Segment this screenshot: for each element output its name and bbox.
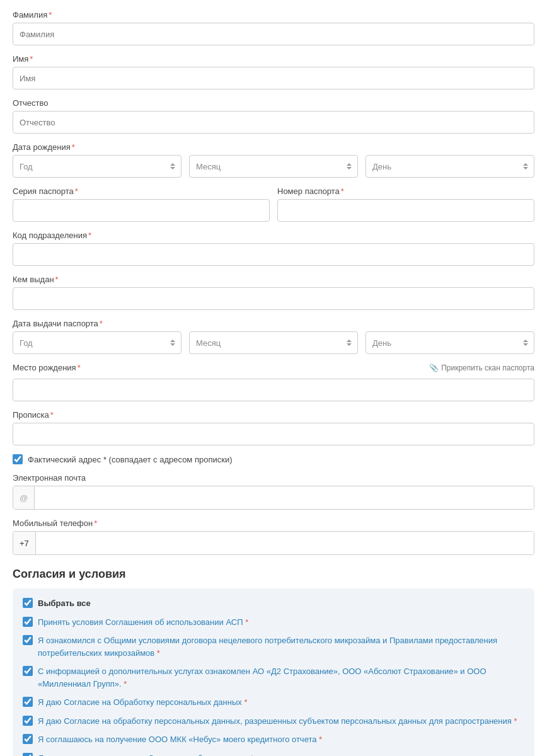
phone-prefix: +7 bbox=[13, 532, 36, 554]
agreement-checkbox-terms_asp[interactable] bbox=[23, 617, 33, 627]
patronymic-label: Отчество bbox=[13, 98, 534, 108]
agreement-label-insurance_info[interactable]: С информацией о дополнительных услугах о… bbox=[38, 665, 524, 690]
name-input[interactable] bbox=[13, 67, 534, 89]
agreement-item: Выбрать все bbox=[23, 597, 524, 610]
agreement-label-terms_asp[interactable]: Принять условия Соглашения об использова… bbox=[38, 616, 248, 629]
agreement-checkbox-select_all[interactable] bbox=[23, 598, 33, 608]
issue-year-select[interactable]: Год 202420232022202120202019201820172016… bbox=[13, 331, 181, 354]
issue-month-select[interactable]: Месяц ЯнварьФевральМартАпрельМайИюньИюль… bbox=[189, 331, 358, 354]
agreement-item: Я даю Согласие на обработку персональных… bbox=[23, 715, 524, 728]
agreement-label-personal_data[interactable]: Я даю Согласие на Обработку персональных… bbox=[38, 696, 247, 709]
passport-number-input[interactable] bbox=[277, 199, 534, 222]
passport-series-label: Серия паспорта* bbox=[13, 186, 270, 196]
agreement-item: Я даю Согласие на Обработку персональных… bbox=[23, 696, 524, 709]
agreements-box: Выбрать всеПринять условия Соглашения об… bbox=[13, 588, 534, 756]
birthdate-row: Год 202420232022202120202019201820172016… bbox=[13, 155, 534, 178]
issued-by-group: Кем выдан* bbox=[13, 275, 534, 310]
email-wrapper: @ bbox=[13, 486, 534, 510]
email-at-icon: @ bbox=[13, 486, 35, 509]
agreement-checkbox-insurance_info[interactable] bbox=[23, 666, 33, 676]
issue-day-select[interactable]: День 12345678910111213141516171819202122… bbox=[366, 331, 534, 354]
agreement-item: Я соглашаюсь на получение ООО МКК «Небус… bbox=[23, 733, 524, 746]
paperclip-icon: 📎 bbox=[429, 364, 439, 372]
agreement-label-credit_report[interactable]: Я соглашаюсь на получение ООО МКК «Небус… bbox=[38, 733, 322, 746]
birthdate-year-wrapper: Год 202420232022202120202019201820172016… bbox=[13, 155, 181, 178]
agreement-checkbox-credit_report[interactable] bbox=[23, 734, 33, 744]
birthplace-label: Место рождения* bbox=[13, 363, 81, 372]
birthdate-group: Дата рождения* Год 202420232022202120202… bbox=[13, 142, 534, 178]
division-code-group: Код подразделения* bbox=[13, 231, 534, 266]
surname-label: Фамилия* bbox=[13, 10, 534, 20]
agreement-checkbox-personal_data_distribution[interactable] bbox=[23, 716, 33, 726]
issue-month-wrapper: Месяц ЯнварьФевральМартАпрельМайИюньИюль… bbox=[189, 331, 358, 354]
agreement-item: Принять условия Соглашения об использова… bbox=[23, 616, 524, 629]
agreement-item: Я ознакомился с Общими условиями договор… bbox=[23, 634, 524, 659]
issued-by-label: Кем выдан* bbox=[13, 275, 534, 284]
agreement-checkbox-personal_data[interactable] bbox=[23, 697, 33, 707]
issue-date-label: Дата выдачи паспорта* bbox=[13, 319, 534, 328]
same-address-checkbox[interactable] bbox=[13, 454, 23, 464]
passport-number-label: Номер паспорта* bbox=[277, 186, 534, 196]
agreement-item: С информацией о дополнительных услугах о… bbox=[23, 665, 524, 690]
issue-year-wrapper: Год 202420232022202120202019201820172016… bbox=[13, 331, 181, 354]
birthplace-header: Место рождения* 📎 Прикрепить скан паспор… bbox=[13, 363, 534, 372]
email-group: Электронная почта @ bbox=[13, 473, 534, 510]
issue-day-wrapper: День 12345678910111213141516171819202122… bbox=[366, 331, 534, 354]
agreement-item: Я подтверждаю и принимаю Согласия и обяз… bbox=[23, 752, 524, 757]
attach-passport-scan-link[interactable]: 📎 Прикрепить скан паспорта bbox=[429, 364, 534, 372]
phone-input[interactable] bbox=[36, 532, 534, 554]
registration-group: Прописка* bbox=[13, 410, 534, 445]
registration-label: Прописка* bbox=[13, 410, 534, 420]
registration-input[interactable] bbox=[13, 423, 534, 445]
birthplace-group: Место рождения* 📎 Прикрепить скан паспор… bbox=[13, 363, 534, 401]
birthdate-label: Дата рождения* bbox=[13, 142, 534, 152]
agreement-label-select_all[interactable]: Выбрать все bbox=[38, 597, 91, 610]
birthdate-day-select[interactable]: День 12345678910111213141516171819202122… bbox=[366, 155, 534, 178]
passport-series-input[interactable] bbox=[13, 199, 270, 222]
email-label: Электронная почта bbox=[13, 473, 534, 483]
name-label: Имя* bbox=[13, 54, 534, 64]
phone-wrapper: +7 bbox=[13, 531, 534, 555]
patronymic-input[interactable] bbox=[13, 111, 534, 134]
patronymic-group: Отчество bbox=[13, 98, 534, 134]
division-code-input[interactable] bbox=[13, 243, 534, 266]
birthdate-day-wrapper: День 12345678910111213141516171819202122… bbox=[366, 155, 534, 178]
issued-by-input[interactable] bbox=[13, 287, 534, 310]
birthdate-month-select[interactable]: Месяц ЯнварьФевральМартАпрельМайИюньИюль… bbox=[189, 155, 358, 178]
division-code-label: Код подразделения* bbox=[13, 231, 534, 240]
birthdate-year-select[interactable]: Год 202420232022202120202019201820172016… bbox=[13, 155, 181, 178]
surname-input[interactable] bbox=[13, 23, 534, 45]
passport-number-col: Номер паспорта* bbox=[277, 186, 534, 222]
passport-series-col: Серия паспорта* bbox=[13, 186, 270, 222]
agreement-label-personal_data_distribution[interactable]: Я даю Согласие на обработку персональных… bbox=[38, 715, 517, 728]
email-input[interactable] bbox=[35, 486, 534, 509]
agreement-label-obligations[interactable]: Я подтверждаю и принимаю Согласия и обяз… bbox=[38, 752, 254, 757]
issue-date-row: Год 202420232022202120202019201820172016… bbox=[13, 331, 534, 354]
birthplace-input[interactable] bbox=[13, 379, 534, 401]
name-group: Имя* bbox=[13, 54, 534, 89]
birthdate-month-wrapper: Месяц ЯнварьФевральМартАпрельМайИюньИюль… bbox=[189, 155, 358, 178]
agreements-section-title: Согласия и условия bbox=[13, 568, 534, 581]
agreement-label-general_terms[interactable]: Я ознакомился с Общими условиями договор… bbox=[38, 634, 524, 659]
surname-group: Фамилия* bbox=[13, 10, 534, 45]
phone-label: Мобильный телефон* bbox=[13, 518, 534, 528]
same-address-label[interactable]: Фактический адрес * (совпадает с адресом… bbox=[28, 455, 233, 464]
issue-date-group: Дата выдачи паспорта* Год 20242023202220… bbox=[13, 319, 534, 354]
same-address-group: Фактический адрес * (совпадает с адресом… bbox=[13, 454, 534, 464]
agreement-checkbox-general_terms[interactable] bbox=[23, 635, 33, 645]
phone-group: Мобильный телефон* +7 bbox=[13, 518, 534, 555]
passport-row: Серия паспорта* Номер паспорта* bbox=[13, 186, 534, 222]
passport-row-group: Серия паспорта* Номер паспорта* bbox=[13, 186, 534, 222]
agreement-checkbox-obligations[interactable] bbox=[23, 753, 33, 757]
